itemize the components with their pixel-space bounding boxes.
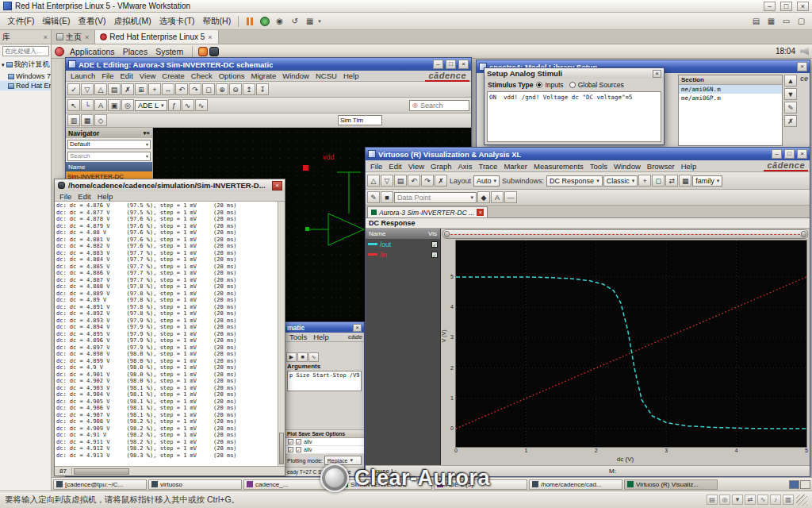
ade-menu-help[interactable]: Help: [310, 333, 332, 341]
snapshot-icon[interactable]: ◉: [273, 15, 286, 28]
label-icon[interactable]: A: [491, 191, 504, 203]
stimuli-list[interactable]: ON vdd! /gnd! Voltage dc "DC voltage"=5: [487, 91, 661, 142]
schematic-menu-help[interactable]: Help: [340, 71, 362, 80]
fx-icon[interactable]: ƒ: [168, 99, 181, 111]
y-axis[interactable]: V (V)012345: [441, 240, 455, 448]
model-file-me-ami06p-m[interactable]: me/ami06P.m: [679, 94, 782, 102]
dc-response-plot[interactable]: [456, 241, 806, 447]
parametric-analysis-icon[interactable]: ∿: [182, 99, 194, 111]
taskbar-button-cadence[interactable]: cadence_...: [243, 479, 337, 490]
vmware-menu-编辑-e[interactable]: 编辑(E): [38, 14, 74, 29]
snap-toggle-icon[interactable]: ◇: [94, 114, 107, 126]
cdrom-icon[interactable]: ◎: [719, 495, 730, 505]
zoom-fit-icon[interactable]: ◻: [652, 175, 665, 187]
workspace-2[interactable]: [800, 480, 810, 489]
tab-close-button[interactable]: ×: [207, 33, 213, 41]
legend-row-in[interactable]: /in✓: [366, 249, 440, 260]
maximize-button[interactable]: □: [446, 60, 456, 69]
visxl-menu-measurements[interactable]: Measurements: [530, 162, 587, 171]
zoom-fit-icon[interactable]: ◻: [202, 83, 215, 95]
sweep-range-text[interactable]: p Size Start-Stop /V9: [287, 371, 362, 391]
pause-icon[interactable]: [243, 15, 256, 28]
marker-icon[interactable]: ◆: [477, 191, 490, 203]
visxl-menu-marker[interactable]: Marker: [500, 162, 530, 171]
pause-dropdown-caret[interactable]: ▾: [318, 18, 321, 25]
schematic-menu-window[interactable]: Window: [279, 71, 312, 80]
firefox-icon[interactable]: [198, 47, 208, 56]
legend-row-out[interactable]: /out✓: [366, 239, 440, 249]
save-icon[interactable]: ▽: [81, 83, 94, 95]
schematic-menu-file[interactable]: File: [98, 71, 117, 80]
tab-close-button[interactable]: ×: [84, 33, 90, 41]
schematic-menu-launch[interactable]: Launch: [67, 71, 98, 80]
minimize-button[interactable]: –: [433, 60, 443, 69]
ruler-icon[interactable]: —: [504, 191, 517, 203]
up-hierarchy-icon[interactable]: ↥: [243, 83, 255, 95]
schematic-menu-edit[interactable]: Edit: [117, 71, 136, 80]
wire-name-icon[interactable]: A: [94, 99, 107, 111]
clock[interactable]: 18:04: [772, 47, 799, 56]
navigator-scope-select[interactable]: Default: [67, 140, 151, 149]
gnome-menu-system[interactable]: System: [151, 45, 187, 58]
schematic-menu-migrate[interactable]: Migrate: [247, 71, 279, 80]
printer-icon[interactable]: ▥: [783, 495, 794, 505]
zoom-in-icon[interactable]: ⊕: [216, 83, 228, 95]
ade-menu-tools[interactable]: Tools: [286, 333, 310, 341]
fullscreen-icon[interactable]: ▢: [795, 15, 808, 28]
library-view-icon[interactable]: ▤: [749, 15, 763, 28]
terminal-menu-help[interactable]: Help: [94, 192, 117, 201]
datapoint-select[interactable]: Data Point: [394, 192, 477, 203]
print-icon[interactable]: ▤: [108, 83, 121, 95]
plot-icon[interactable]: ∿: [308, 352, 319, 362]
vmware-menu-文件-f[interactable]: 文件(F): [3, 14, 38, 29]
navigator-name-column-header[interactable]: Name: [66, 162, 152, 171]
vmware-menu-虚拟机-m[interactable]: 虚拟机(M): [109, 14, 155, 29]
terminal-menu-file[interactable]: File: [56, 192, 75, 201]
family-select[interactable]: family: [692, 175, 722, 187]
visxl-menu-file[interactable]: File: [367, 162, 385, 171]
visxl-menu-tools[interactable]: Tools: [587, 162, 611, 171]
check-and-save-icon[interactable]: ✓: [67, 83, 80, 95]
navigator-search-box[interactable]: Search: [67, 152, 151, 161]
taskbar-button-cadence-tpu-c[interactable]: [cadence@tpu:~/C...: [53, 479, 147, 490]
style-select[interactable]: Classic: [603, 175, 638, 187]
pointer-icon[interactable]: ↖: [67, 99, 80, 111]
visxl-menu-help[interactable]: Help: [678, 162, 700, 171]
x-axis[interactable]: 012345: [441, 448, 810, 456]
terminal-menu-edit[interactable]: Edit: [75, 192, 94, 201]
vmware-menu-帮助-h[interactable]: 帮助(H): [199, 14, 236, 29]
floppy-icon[interactable]: ▼: [732, 495, 743, 505]
visxl-titlebar[interactable]: Virtuoso (R) Visualization & Analysis XL…: [366, 148, 810, 160]
redo-icon[interactable]: ↷: [421, 175, 434, 187]
taskbar-button-sim-inverter-dc[interactable]: Sim-INVERTER-DC: [339, 479, 432, 490]
workspace-1[interactable]: [789, 480, 799, 489]
power-icon[interactable]: [258, 15, 271, 28]
grid-toggle-icon[interactable]: ▦: [81, 114, 94, 126]
model-file-list[interactable]: Section me/ami06N.mme/ami06P.m: [678, 75, 783, 146]
pin-icon[interactable]: ◎: [121, 99, 134, 111]
navigator-close-button[interactable]: ×: [146, 129, 150, 137]
delete-icon[interactable]: ✗: [784, 115, 797, 127]
resize-grip[interactable]: [796, 495, 807, 506]
mode-select[interactable]: ADE L: [135, 100, 167, 111]
plot-range-slider[interactable]: [442, 229, 808, 239]
minimize-button[interactable]: –: [764, 2, 776, 11]
redo-icon[interactable]: ↷: [189, 83, 201, 95]
visxl-menu-axis[interactable]: Axis: [455, 162, 476, 171]
close-button[interactable]: ×: [458, 60, 469, 69]
sidebar-vm-windows-7[interactable]: Windows 7: [0, 71, 51, 81]
slider-right-handle[interactable]: [801, 231, 806, 237]
layout-select[interactable]: Auto: [473, 175, 500, 187]
move-icon[interactable]: +: [148, 83, 161, 95]
swap-axes-icon[interactable]: ⇄: [665, 175, 678, 187]
horizontal-scrollbar-thumb[interactable]: [74, 468, 129, 475]
vm-tab-主页[interactable]: 主页×: [52, 30, 95, 44]
close-button[interactable]: ×: [797, 2, 809, 11]
schematic-menu-view[interactable]: View: [136, 71, 159, 80]
terminal-titlebar[interactable]: /home/cadence/cadence/simulation/Sim-INV…: [55, 179, 285, 191]
wire-icon[interactable]: └: [81, 99, 94, 111]
stretch-icon[interactable]: ↔: [162, 83, 174, 95]
terminal-output[interactable]: dc: dc = 4.876 V (97.5 %), step = 1 mV (…: [55, 202, 278, 466]
library-tree-root[interactable]: ▾ 我的计算机: [0, 58, 51, 71]
scrollbar-thumb[interactable]: [279, 433, 284, 464]
